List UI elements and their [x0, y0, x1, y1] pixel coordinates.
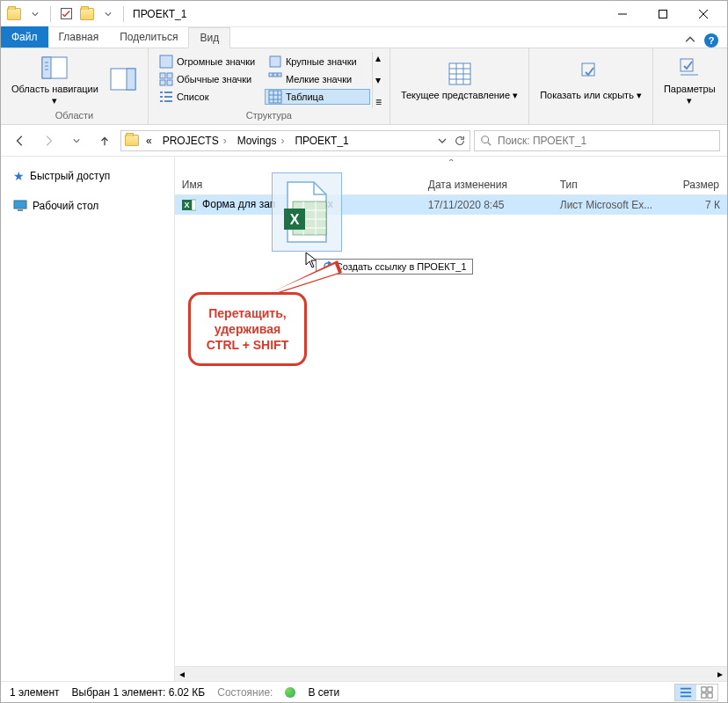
current-view-button[interactable]: Текущее представление ▾ [396, 52, 523, 108]
options-button[interactable]: Параметры▾ [659, 52, 721, 108]
svg-point-18 [482, 135, 489, 143]
search-input[interactable]: Поиск: ПРОЕКТ_1 [474, 130, 720, 151]
ribbon-group-layout-label: Структура [154, 108, 384, 123]
svg-rect-0 [659, 10, 667, 18]
ribbon-tabs: Файл Главная Поделиться Вид ? [1, 27, 727, 48]
annotation-callout: Перетащить, удерживая CTRL + SHIFT [188, 292, 307, 366]
qat-folder2-icon[interactable] [77, 4, 97, 24]
layout-list[interactable]: Список [156, 89, 261, 105]
group-collapse-icon[interactable]: ⌃ [175, 157, 727, 168]
status-bar: 1 элемент Выбран 1 элемент: 6.02 КБ Сост… [1, 681, 727, 702]
svg-rect-30 [708, 692, 712, 697]
folder-icon [4, 4, 24, 24]
ribbon-group-layout: Огромные значки Крупные значки Обычные з… [149, 48, 390, 124]
icons-view-icon[interactable] [696, 685, 717, 700]
desktop-icon [13, 199, 27, 213]
layout-normal-icons[interactable]: Обычные значки [156, 71, 261, 87]
close-button[interactable] [683, 1, 724, 27]
excel-file-icon: X [182, 198, 196, 212]
forward-button[interactable] [36, 128, 61, 153]
nav-pane-button[interactable]: Область навигации▾ [6, 52, 104, 108]
help-icon[interactable]: ? [704, 33, 718, 48]
status-item-count: 1 элемент [10, 686, 60, 699]
titlebar: ПРОЕКТ_1 [1, 1, 727, 27]
tab-file[interactable]: Файл [1, 26, 48, 48]
svg-rect-13 [278, 73, 281, 77]
file-list: ⌃ Имя Дата изменения Тип Размер X Форма … [175, 157, 727, 681]
qat-overflow[interactable] [98, 4, 118, 24]
svg-rect-2 [42, 57, 51, 78]
status-selected: Выбран 1 элемент: 6.02 КБ [72, 686, 206, 699]
svg-rect-8 [167, 73, 172, 78]
svg-rect-28 [708, 686, 712, 691]
svg-text:X: X [184, 201, 189, 209]
address-row: « PROJECTS › Movings › ПРОЕКТ_1 Поиск: П… [1, 125, 727, 157]
svg-rect-7 [160, 73, 165, 78]
svg-rect-27 [702, 686, 706, 691]
tab-share[interactable]: Поделиться [109, 26, 188, 48]
qat-properties-checkbox[interactable] [56, 4, 76, 24]
layout-table[interactable]: Таблица [265, 89, 370, 105]
layout-large-icons[interactable]: Крупные значки [265, 54, 370, 70]
details-view-icon[interactable] [675, 685, 696, 700]
address-dropdown-icon[interactable] [438, 136, 447, 145]
svg-rect-20 [18, 209, 23, 211]
sidebar-desktop[interactable]: Рабочий стол [1, 195, 174, 216]
column-size[interactable]: Размер [676, 175, 727, 194]
ribbon-collapse-icon[interactable] [685, 35, 695, 46]
explorer-window: ПРОЕКТ_1 Файл Главная Поделиться Вид ? О… [0, 0, 728, 703]
breadcrumb-project1[interactable]: ПРОЕКТ_1 [291, 133, 352, 149]
window-title: ПРОЕКТ_1 [133, 8, 186, 20]
status-state-label: Состояние: [217, 686, 273, 699]
ribbon-group-panes-label: Области [6, 108, 142, 123]
view-mode-toggle[interactable] [674, 684, 718, 701]
svg-rect-10 [167, 80, 172, 85]
svg-text:X: X [289, 212, 299, 227]
svg-rect-5 [160, 55, 172, 68]
nav-pane: ★ Быстрый доступ Рабочий стол [1, 157, 175, 681]
back-button[interactable] [8, 128, 33, 153]
svg-rect-29 [702, 692, 706, 697]
main-area: ★ Быстрый доступ Рабочий стол ⌃ Имя Дата… [1, 157, 727, 681]
address-folder-icon [125, 135, 139, 146]
column-date[interactable]: Дата изменения [421, 175, 553, 194]
qat-dropdown[interactable] [25, 4, 45, 24]
column-headers: Имя Дата изменения Тип Размер [175, 175, 727, 195]
svg-rect-9 [160, 80, 165, 85]
breadcrumb-projects[interactable]: PROJECTS › [159, 133, 230, 149]
column-type[interactable]: Тип [553, 175, 676, 194]
svg-rect-6 [270, 56, 280, 67]
search-icon [480, 135, 492, 147]
svg-rect-14 [269, 91, 281, 103]
address-bar[interactable]: « PROJECTS › Movings › ПРОЕКТ_1 [120, 130, 470, 151]
breadcrumb-prefix[interactable]: « [142, 133, 156, 149]
drag-ghost: X [272, 172, 342, 252]
preview-pane-button[interactable] [104, 52, 142, 108]
minimize-button[interactable] [602, 1, 643, 27]
svg-rect-11 [269, 73, 273, 77]
horizontal-scrollbar[interactable]: ◂ ▸ [175, 666, 727, 681]
tab-view[interactable]: Вид [188, 27, 230, 48]
status-network: В сети [308, 686, 339, 699]
file-row[interactable]: X Форма для зап _______ sx 17/11/2020 8:… [175, 195, 727, 215]
network-status-icon [285, 687, 295, 698]
layout-scroll[interactable]: ▴▾≡ [372, 52, 384, 108]
ribbon-group-panes: Область навигации▾ Области [1, 48, 149, 124]
layout-huge-icons[interactable]: Огромные значки [156, 54, 261, 70]
window-controls [602, 1, 724, 27]
ribbon-group-show-hide: Показать или скрыть ▾ [529, 48, 653, 124]
quick-access-toolbar [4, 4, 127, 24]
show-hide-button[interactable]: Показать или скрыть ▾ [535, 52, 647, 108]
tab-home[interactable]: Главная [48, 26, 110, 48]
svg-rect-12 [273, 73, 277, 77]
layout-small-icons[interactable]: Мелкие значки [265, 71, 370, 87]
history-dropdown[interactable] [64, 128, 89, 153]
maximize-button[interactable] [643, 1, 683, 27]
ribbon-group-options: Параметры▾ [653, 48, 726, 124]
breadcrumb-movings[interactable]: Movings › [234, 133, 288, 149]
sidebar-quick-access[interactable]: ★ Быстрый доступ [1, 165, 174, 187]
refresh-icon[interactable] [454, 135, 466, 147]
ribbon: Область навигации▾ Области Огромные знач… [1, 48, 727, 125]
up-button[interactable] [92, 128, 117, 153]
svg-rect-23 [192, 200, 196, 210]
